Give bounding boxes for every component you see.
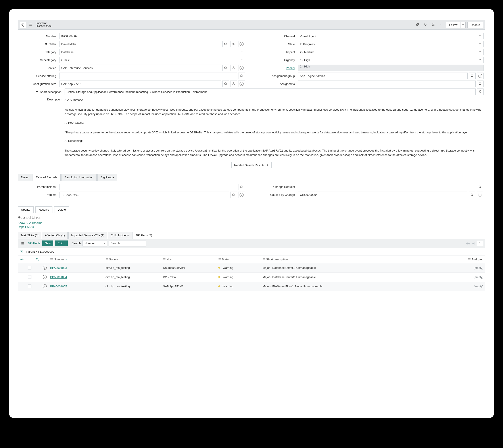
row-number-link[interactable]: BPA0001004 bbox=[50, 275, 67, 279]
gear-icon[interactable] bbox=[18, 257, 26, 261]
ltab-affected-cis[interactable]: Affected CIs (1) bbox=[42, 232, 68, 239]
lookup-icon[interactable] bbox=[238, 73, 245, 79]
ltab-child-incidents[interactable]: Child Incidents bbox=[108, 232, 132, 239]
lookup-icon[interactable] bbox=[222, 64, 229, 71]
short-desc-field[interactable] bbox=[64, 89, 476, 95]
resolve-button[interactable]: Resolve bbox=[35, 207, 52, 213]
info-icon[interactable]: i bbox=[238, 192, 245, 198]
search-by-select[interactable]: Number bbox=[82, 240, 107, 246]
col-assigned[interactable]: Assigned bbox=[458, 258, 485, 261]
col-number[interactable]: Number▲ bbox=[48, 258, 104, 261]
tab-related-records[interactable]: Related Records bbox=[32, 174, 61, 181]
lookup-icon[interactable] bbox=[222, 80, 229, 87]
category-select[interactable]: Database bbox=[59, 49, 245, 55]
lookup-icon[interactable] bbox=[230, 192, 237, 198]
update-button[interactable]: Update bbox=[18, 207, 34, 213]
row-number-link[interactable]: BPA0001005 bbox=[50, 285, 67, 288]
info-icon[interactable]: i bbox=[477, 192, 483, 198]
suggestion-icon[interactable] bbox=[477, 89, 484, 95]
tab-notes[interactable]: Notes bbox=[18, 174, 32, 181]
svg-point-26 bbox=[36, 258, 38, 260]
lookup-icon[interactable] bbox=[469, 192, 475, 198]
edit-button[interactable]: Edit... bbox=[55, 240, 68, 246]
follow-caret[interactable] bbox=[461, 22, 466, 28]
tabs: Notes Related Records Resolution Informa… bbox=[18, 174, 485, 181]
breadcrumb[interactable]: Parent = INC0009009 bbox=[26, 250, 54, 253]
urgency-select[interactable]: 1 - High bbox=[298, 57, 484, 63]
info-icon[interactable]: i bbox=[43, 266, 47, 270]
related-icon[interactable] bbox=[230, 41, 237, 47]
activity-icon[interactable] bbox=[422, 22, 428, 28]
search-input[interactable] bbox=[109, 240, 146, 246]
more-icon[interactable] bbox=[438, 22, 444, 28]
update-button[interactable]: Update bbox=[467, 22, 483, 28]
sla-timeline-link[interactable]: Show SLA Timeline bbox=[18, 221, 485, 224]
lookup-icon[interactable] bbox=[477, 184, 483, 190]
parent-incident-field[interactable] bbox=[60, 184, 237, 190]
header-search-icon[interactable] bbox=[33, 258, 41, 261]
col-host[interactable]: Host bbox=[161, 258, 217, 261]
ltab-impacted-services[interactable]: Impacted Services/CIs (1) bbox=[68, 232, 107, 239]
info-icon[interactable]: i bbox=[477, 73, 484, 79]
channel-select[interactable]: Virtual Agent bbox=[298, 33, 484, 39]
follow-button[interactable]: Follow bbox=[446, 22, 461, 28]
row-number-link[interactable]: BPA0001003 bbox=[50, 266, 67, 270]
priority-label[interactable]: Priority bbox=[258, 66, 298, 70]
caller-field[interactable] bbox=[59, 41, 221, 47]
lookup-icon[interactable] bbox=[238, 184, 245, 190]
info-icon[interactable]: i bbox=[238, 64, 245, 71]
row-checkbox[interactable] bbox=[28, 285, 31, 288]
tab-resolution[interactable]: Resolution Information bbox=[61, 174, 97, 181]
table-row[interactable]: i BPA0001005 oim.bp_rsa_testing SAP AppS… bbox=[18, 282, 485, 291]
tree-icon[interactable] bbox=[230, 64, 237, 71]
table-row[interactable]: i BPA0001003 oim.bp_rsa_testing Database… bbox=[18, 263, 485, 272]
new-button[interactable]: New bbox=[42, 240, 53, 246]
menu-icon[interactable] bbox=[28, 22, 34, 28]
info-icon[interactable]: i bbox=[238, 41, 245, 47]
lookup-icon[interactable] bbox=[469, 73, 476, 79]
related-search-button[interactable]: Related Search Results bbox=[231, 162, 272, 168]
first-page-icon[interactable]: ◀◀ bbox=[466, 241, 470, 245]
col-short-desc[interactable]: Short description bbox=[261, 258, 458, 261]
tab-bigpanda[interactable]: Big Panda bbox=[97, 174, 117, 181]
attachment-icon[interactable] bbox=[414, 22, 420, 28]
table-row[interactable]: i BPA0001004 oim.bp_rsa_testing D2SRoBa … bbox=[18, 272, 485, 282]
number-label: Number bbox=[19, 34, 59, 38]
lookup-icon[interactable] bbox=[477, 80, 484, 87]
page-number-field[interactable] bbox=[477, 241, 483, 246]
subcategory-select[interactable]: Oracle bbox=[59, 57, 245, 63]
problem-field[interactable] bbox=[60, 192, 229, 198]
ag-field[interactable] bbox=[298, 73, 468, 79]
service-field[interactable] bbox=[59, 64, 221, 71]
prev-page-icon[interactable]: ◀ bbox=[472, 241, 474, 245]
tree-icon[interactable] bbox=[230, 80, 237, 87]
ltab-task-slas[interactable]: Task SLAs (3) bbox=[18, 232, 41, 239]
repair-slas-link[interactable]: Repair SLAs bbox=[18, 225, 485, 228]
number-field[interactable] bbox=[59, 33, 245, 39]
header-title-block: Incident INC0009009 bbox=[36, 22, 51, 28]
info-icon[interactable]: i bbox=[238, 80, 245, 87]
change-request-field[interactable] bbox=[298, 184, 475, 190]
state-select[interactable]: In Progress bbox=[298, 41, 484, 47]
row-checkbox[interactable] bbox=[28, 275, 31, 279]
back-button[interactable] bbox=[20, 22, 26, 28]
ci-field[interactable] bbox=[59, 80, 221, 87]
info-icon[interactable]: i bbox=[43, 275, 47, 279]
list-menu-icon[interactable] bbox=[20, 240, 26, 246]
row-checkbox[interactable] bbox=[28, 266, 31, 270]
assigned-field[interactable] bbox=[298, 80, 476, 87]
filter-icon[interactable] bbox=[20, 250, 24, 254]
info-icon[interactable]: i bbox=[43, 284, 47, 288]
ci-label: Configuration item bbox=[19, 82, 59, 86]
caused-by-field[interactable] bbox=[298, 192, 467, 198]
service-offering-field[interactable] bbox=[59, 73, 237, 79]
required-icon: ✱ bbox=[36, 90, 38, 94]
impact-select[interactable]: 2 - Medium bbox=[298, 49, 484, 55]
settings-icon[interactable] bbox=[430, 22, 436, 28]
col-state[interactable]: State bbox=[217, 258, 261, 261]
delete-button[interactable]: Delete bbox=[54, 207, 69, 213]
lookup-icon[interactable] bbox=[222, 41, 229, 47]
col-source[interactable]: Source bbox=[104, 258, 161, 261]
ltab-bp-alerts[interactable]: BP Alerts (3) bbox=[133, 232, 155, 239]
description-text: AIA Summary: ---------------------- Mult… bbox=[64, 96, 484, 158]
